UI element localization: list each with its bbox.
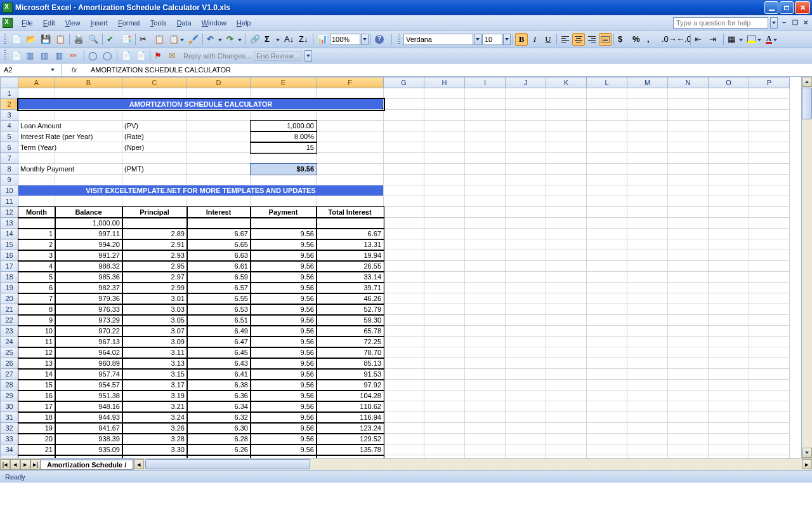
cell-O26[interactable]: [709, 358, 749, 369]
row-header-10[interactable]: 10: [1, 185, 18, 196]
tab-last-button[interactable]: ▸|: [30, 459, 41, 470]
menu-item-tools[interactable]: Tools: [145, 17, 172, 29]
cell-E1[interactable]: [251, 88, 317, 99]
cell-H29[interactable]: [424, 391, 465, 401]
cell-J3[interactable]: [506, 110, 546, 121]
name-box-dropdown-icon[interactable]: [51, 69, 57, 71]
row-header-22[interactable]: 22: [1, 315, 18, 326]
cell-N2[interactable]: [668, 99, 709, 110]
row-header-9[interactable]: 9: [1, 175, 18, 185]
cell-H31[interactable]: [424, 412, 465, 423]
cell-L5[interactable]: [587, 131, 627, 142]
cell-I5[interactable]: [465, 131, 506, 142]
print-preview-button[interactable]: [86, 33, 100, 46]
cell-F20[interactable]: 46.26: [317, 293, 384, 304]
cell-C13[interactable]: [122, 218, 187, 229]
col-header-E[interactable]: E: [251, 77, 317, 88]
cell-J30[interactable]: [506, 401, 546, 412]
cell-H18[interactable]: [424, 272, 465, 283]
save-button[interactable]: [39, 33, 53, 46]
cell-O15[interactable]: [709, 239, 749, 250]
cell-L7[interactable]: [587, 153, 627, 164]
cell-E15[interactable]: 9.56: [251, 239, 317, 250]
cell-P29[interactable]: [749, 391, 790, 401]
row-header-15[interactable]: 15: [1, 239, 18, 250]
row-header-2[interactable]: 2: [1, 99, 18, 110]
cell-H23[interactable]: [424, 326, 465, 337]
cell-K34[interactable]: [546, 444, 587, 455]
menu-item-format[interactable]: Format: [113, 17, 145, 29]
cell-L1[interactable]: [587, 88, 627, 99]
undo-button[interactable]: [205, 33, 224, 46]
cell-I2[interactable]: [465, 99, 506, 110]
cell-A22[interactable]: 9: [18, 315, 55, 326]
cell-A25[interactable]: 12: [18, 347, 55, 358]
cell-E14[interactable]: 9.56: [251, 229, 317, 239]
row-header-14[interactable]: 14: [1, 229, 18, 239]
cell-M4[interactable]: [627, 121, 668, 131]
cell-D23[interactable]: 6.49: [187, 326, 251, 337]
cell-D17[interactable]: 6.61: [187, 261, 251, 272]
cell-G15[interactable]: [384, 239, 424, 250]
cell-K21[interactable]: [546, 304, 587, 315]
cell-C12[interactable]: Principal: [122, 207, 187, 218]
cell-M9[interactable]: [627, 175, 668, 185]
cell-F22[interactable]: 59.30: [317, 315, 384, 326]
cell-G3[interactable]: [384, 110, 424, 121]
cell-I6[interactable]: [465, 142, 506, 153]
sheet-tab[interactable]: Amortization Schedule /: [40, 460, 133, 470]
col-header-O[interactable]: O: [709, 77, 749, 88]
cell-D7[interactable]: [187, 153, 251, 164]
cell-G8[interactable]: [384, 164, 424, 175]
row-header-12[interactable]: 12: [1, 207, 18, 218]
cell-K24[interactable]: [546, 337, 587, 347]
col-header-G[interactable]: G: [384, 77, 424, 88]
cell-A13[interactable]: [18, 218, 55, 229]
cell-A21[interactable]: 8: [18, 304, 55, 315]
cell-F6[interactable]: [317, 142, 384, 153]
cell-O6[interactable]: [709, 142, 749, 153]
cell-I13[interactable]: [465, 218, 506, 229]
cell-I33[interactable]: [465, 434, 506, 444]
cell-L25[interactable]: [587, 347, 627, 358]
cell-A32[interactable]: 19: [18, 423, 55, 434]
cell-H8[interactable]: [424, 164, 465, 175]
cell-D28[interactable]: 6.38: [187, 380, 251, 391]
cell-B17[interactable]: 988.32: [55, 261, 122, 272]
cell-K16[interactable]: [546, 250, 587, 261]
borders-button[interactable]: [726, 33, 745, 46]
cell-G30[interactable]: [384, 401, 424, 412]
col-header-J[interactable]: J: [506, 77, 546, 88]
cell-L32[interactable]: [587, 423, 627, 434]
cell-A33[interactable]: 20: [18, 434, 55, 444]
row-header-27[interactable]: 27: [1, 369, 18, 380]
cell-I25[interactable]: [465, 347, 506, 358]
cell-P35[interactable]: [749, 455, 790, 458]
sort-asc-button[interactable]: [282, 33, 296, 46]
cell-E11[interactable]: [251, 196, 317, 207]
cell-E9[interactable]: [251, 175, 317, 185]
cell-L23[interactable]: [587, 326, 627, 337]
send-mail-button[interactable]: [167, 50, 181, 62]
cell-J23[interactable]: [506, 326, 546, 337]
cell-E31[interactable]: 9.56: [251, 412, 317, 423]
cell-P5[interactable]: [749, 131, 790, 142]
cell-G35[interactable]: [384, 455, 424, 458]
new-button[interactable]: [10, 33, 23, 46]
name-box[interactable]: A2: [0, 64, 62, 76]
redo-button[interactable]: [225, 33, 244, 46]
cell-F34[interactable]: 135.78: [317, 444, 384, 455]
cell-C25[interactable]: 3.11: [122, 347, 187, 358]
cell-P17[interactable]: [749, 261, 790, 272]
col-header-B[interactable]: B: [55, 77, 122, 88]
cell-B26[interactable]: 960.89: [55, 358, 122, 369]
col-header-N[interactable]: N: [668, 77, 709, 88]
cell-G1[interactable]: [384, 88, 424, 99]
col-header-A[interactable]: A: [18, 77, 55, 88]
cell-D16[interactable]: 6.63: [187, 250, 251, 261]
cell-D24[interactable]: 6.47: [187, 337, 251, 347]
cell-I8[interactable]: [465, 164, 506, 175]
cell-N14[interactable]: [668, 229, 709, 239]
row-header-32[interactable]: 32: [1, 423, 18, 434]
cell-L16[interactable]: [587, 250, 627, 261]
